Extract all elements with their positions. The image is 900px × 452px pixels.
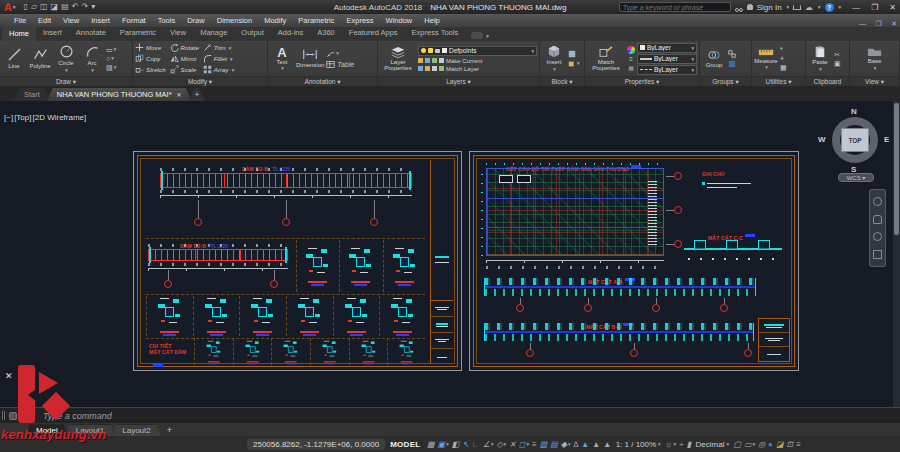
leader-tool-icon[interactable]: ▾ bbox=[326, 49, 354, 58]
sign-in-button[interactable]: Sign In bbox=[757, 3, 782, 12]
minimize-button[interactable]: — bbox=[852, 3, 860, 12]
layer-properties-button[interactable]: Layer Properties bbox=[380, 46, 416, 72]
doc-close-icon[interactable]: ✕ bbox=[891, 20, 897, 27]
viewcube-top-face[interactable]: TOP bbox=[841, 128, 869, 152]
command-line[interactable]: Type a command bbox=[0, 407, 900, 423]
file-tab-document[interactable]: NHA VAN PHONG THUONG MAI* ✕ bbox=[47, 88, 192, 101]
viewcube-east-label[interactable]: E bbox=[884, 135, 889, 144]
tab-annotate[interactable]: Annotate bbox=[69, 26, 113, 41]
tab-view[interactable]: View bbox=[163, 26, 193, 41]
menu-view[interactable]: View bbox=[57, 14, 85, 27]
tab-parametric[interactable]: Parametric bbox=[113, 26, 163, 41]
doc-restore-icon[interactable]: ❐ bbox=[875, 20, 881, 27]
mirror-tool[interactable]: Mirror bbox=[170, 54, 199, 63]
dynamic-input-icon[interactable]: ↖▾ bbox=[462, 440, 469, 449]
panel-label-modify[interactable]: Modify ▾ bbox=[133, 76, 267, 86]
copy-tool[interactable]: Copy bbox=[135, 54, 166, 63]
panel-label-annotation[interactable]: Annotation ▾ bbox=[268, 76, 377, 86]
plot-icon[interactable]: ▤ bbox=[61, 3, 69, 11]
new-drawing-tab-button[interactable]: + bbox=[189, 88, 205, 101]
color-wheel-icon[interactable] bbox=[627, 46, 635, 54]
stretch-tool[interactable]: Stretch bbox=[135, 65, 166, 74]
annotation-visibility-icon[interactable]: ▲▾ bbox=[581, 440, 589, 449]
pan-hand-icon[interactable] bbox=[873, 215, 882, 224]
drawing-canvas[interactable]: [−] [Top] [2D Wireframe] DẦM D2-B TL:1/2… bbox=[0, 101, 900, 407]
command-recent-icon[interactable] bbox=[21, 412, 29, 420]
isolate-objects-icon[interactable]: ◎▾ bbox=[758, 440, 765, 449]
menu-modify[interactable]: Modify bbox=[258, 14, 292, 27]
cut-scissors-icon[interactable]: ✂ bbox=[834, 51, 841, 58]
panel-label-properties[interactable]: Properties ▾ bbox=[585, 76, 699, 86]
tab-manage[interactable]: Manage bbox=[193, 26, 234, 41]
autopublish-icon[interactable]: ◪▾ bbox=[776, 440, 784, 449]
lineweight-list-icon[interactable]: ≡ bbox=[629, 56, 633, 62]
paste-button[interactable]: Paste▾ bbox=[808, 45, 832, 72]
viewport-visual-style-control[interactable]: [2D Wireframe] bbox=[32, 113, 86, 122]
id-point-icon[interactable]: + bbox=[780, 55, 787, 62]
help-icon[interactable]: ? bbox=[825, 3, 834, 12]
dynamic-ucs-icon[interactable]: ∆▾ bbox=[573, 440, 578, 449]
menu-insert[interactable]: Insert bbox=[85, 14, 116, 27]
open-file-icon[interactable]: ▱ bbox=[31, 3, 37, 11]
array-tool[interactable]: Array▾ bbox=[203, 65, 234, 74]
tab-insert[interactable]: Insert bbox=[36, 26, 69, 41]
text-tool[interactable]: A Text▾ bbox=[270, 46, 294, 72]
line-tool[interactable]: Line bbox=[2, 47, 26, 70]
workspace-gear-icon[interactable]: ☼▾ bbox=[665, 440, 676, 449]
display-monitor-icon[interactable]: ▭▾ bbox=[744, 440, 755, 449]
point-style-icon[interactable]: * bbox=[780, 46, 787, 53]
lineweight-icon[interactable]: ≡▾ bbox=[532, 440, 537, 449]
menu-edit[interactable]: Edit bbox=[32, 14, 57, 27]
help-caret-icon[interactable]: ▾ bbox=[839, 4, 842, 10]
group-edit-icon[interactable] bbox=[728, 60, 736, 68]
scale-tool[interactable]: Scale bbox=[170, 65, 199, 74]
units-bar-icon[interactable]: ▮▾ bbox=[687, 440, 691, 449]
quick-calc-icon[interactable]: ▦ bbox=[780, 64, 787, 71]
copy-clip-icon[interactable]: ▣ bbox=[834, 60, 841, 67]
measure-button[interactable]: Measure▾ bbox=[754, 47, 778, 71]
app-store-cart-icon[interactable] bbox=[793, 5, 802, 10]
group-button[interactable]: Group bbox=[702, 49, 726, 69]
scrollbar-thumb[interactable] bbox=[894, 103, 899, 235]
save-icon[interactable]: ◫ bbox=[40, 3, 48, 11]
layout-tab-layout2[interactable]: Layout2 bbox=[112, 424, 160, 436]
ellipse-tool-icon[interactable]: ○▾ bbox=[106, 55, 116, 62]
viewport-view-control[interactable]: [Top] bbox=[14, 113, 31, 122]
layout-tab-model[interactable]: Model bbox=[26, 424, 68, 436]
command-input[interactable]: Type a command bbox=[43, 411, 112, 421]
doc-minimize-icon[interactable]: — bbox=[859, 20, 866, 27]
base-view-button[interactable]: Base▾ bbox=[863, 46, 887, 71]
clean-screen-icon[interactable]: ⊡▾ bbox=[787, 440, 794, 449]
tab-express-tools[interactable]: Express Tools bbox=[405, 26, 466, 41]
panel-label-layers[interactable]: Layers ▾ bbox=[378, 76, 539, 86]
viewcube-wcs-selector[interactable]: WCS ▾ bbox=[838, 173, 874, 182]
ungroup-icon[interactable] bbox=[728, 50, 736, 58]
a360-caret-icon[interactable]: ▾ bbox=[818, 4, 821, 10]
linetype-list-icon[interactable]: ▦ bbox=[628, 64, 634, 71]
menu-parametric[interactable]: Parametric bbox=[292, 14, 340, 27]
object-color-combo[interactable]: ByLayer▾ bbox=[637, 43, 697, 53]
panel-label-groups[interactable]: Groups ▾ bbox=[700, 76, 751, 86]
osnap-icon[interactable]: ◻▾ bbox=[519, 440, 529, 449]
panel-label-utilities[interactable]: Utilities ▾ bbox=[752, 76, 805, 86]
search-binoculars-icon[interactable] bbox=[735, 0, 743, 16]
panel-label-view[interactable]: View ▾ bbox=[850, 76, 899, 86]
viewcube-west-label[interactable]: W bbox=[818, 135, 826, 144]
trim-tool[interactable]: Trim▾ bbox=[203, 43, 234, 52]
menu-dimension[interactable]: Dimension bbox=[211, 14, 258, 27]
rectangle-tool-icon[interactable]: ▭▾ bbox=[106, 46, 116, 53]
panel-label-clipboard[interactable]: Clipboard bbox=[806, 76, 849, 86]
otrack-icon[interactable]: ✕▾ bbox=[509, 440, 516, 449]
match-properties-button[interactable]: Match Properties bbox=[587, 46, 625, 72]
panel-label-draw[interactable]: Draw ▾ bbox=[0, 76, 132, 86]
linetype-combo[interactable]: ByLayer▾ bbox=[637, 65, 697, 75]
lineweight-combo[interactable]: ByLayer▾ bbox=[637, 54, 697, 64]
customization-icon[interactable]: ≡▾ bbox=[796, 440, 801, 449]
tab-close-icon[interactable]: ✕ bbox=[177, 91, 182, 98]
tab-add-ins[interactable]: Add-ins bbox=[271, 26, 310, 41]
insert-block-button[interactable]: Insert▾ bbox=[542, 45, 566, 72]
close-button[interactable]: ✕ bbox=[889, 3, 896, 12]
model-space-button[interactable]: MODEL bbox=[390, 440, 420, 449]
polyline-tool[interactable]: Polyline bbox=[28, 47, 52, 70]
create-block-icon[interactable] bbox=[568, 50, 580, 58]
